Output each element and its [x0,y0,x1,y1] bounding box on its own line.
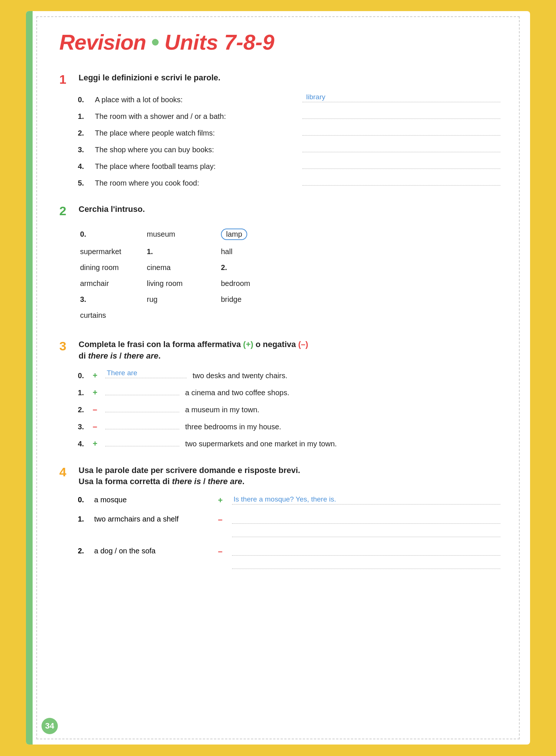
blank-line [105,387,179,395]
circled-word: lamp [221,229,247,240]
page-title: Revision Units 7-8-9 [59,30,500,54]
blank-answer: There are [107,369,137,377]
vocab-word: cinema [145,260,219,275]
sign-minus: – [218,546,227,556]
item-number: 1. [78,112,89,121]
section-3-title-block: Completa le frasi con la forma affermati… [79,339,308,362]
list-item: 0. + There are two desks and twenty chai… [78,369,500,380]
sentence-rest: two desks and twenty chairs. [191,372,287,380]
answer-line [302,161,500,169]
item-number: 4. [78,440,89,448]
item-number: 3. [78,423,89,431]
sign-minus: – [93,405,102,414]
vocab-word: supermarket [78,244,145,259]
item-text: A place with a lot of books: [95,96,293,104]
dashed-border-right [519,16,520,739]
item-number: 2. [78,406,89,414]
list-item: 0. a mosque + Is there a mosque? Yes, th… [78,495,500,505]
title-units: Units 7-8-9 [165,30,275,54]
item-number: 0. [78,372,89,380]
answer-line [302,144,500,152]
title-revision: Revision [59,30,146,54]
item-number: 1. [78,389,89,397]
answer-line [232,546,500,556]
section-3: 3 Completa le frasi con la forma afferma… [59,339,500,449]
section-3-title-line2: di there is / there are. [79,350,308,362]
list-item: 3. – three bedrooms in my house. [78,421,500,432]
qa-answers [232,546,500,569]
vocab-word: bridge [219,292,300,307]
vocab-number: 3. [78,292,145,307]
section-1-header: 1 Leggi le definizioni e scrivi le parol… [59,72,500,87]
qa-answers: Is there a mosque? Yes, there is. [232,495,500,504]
blank-line [105,421,179,429]
section-1: 1 Leggi le definizioni e scrivi le parol… [59,72,500,187]
item-number: 4. [78,162,89,171]
section-4: 4 Usa le parole date per scrivere domand… [59,465,500,569]
answer-line [302,111,500,119]
section-4-header: 4 Usa le parole date per scrivere domand… [59,465,500,488]
section-2: 2 Cerchia l'intruso. 0. museum lamp supe… [59,204,500,323]
answer-line [232,527,500,537]
answer-line: Is there a mosque? Yes, there is. [232,495,500,504]
section-3-title-line1: Completa le frasi con la forma affermati… [79,339,308,350]
vocab-number: 1. [145,244,219,259]
sentence-rest: a museum in my town. [183,406,259,414]
vocab-word: rug [145,292,219,307]
qa-number: 0. [78,495,89,504]
list-item: 1. The room with a shower and / or a bat… [78,111,500,121]
vocab-word: bedroom [219,276,300,291]
answer-text: Is there a mosque? Yes, there is. [234,495,336,503]
vocab-word: museum [145,226,219,243]
section-3-number: 3 [59,339,73,353]
section-4-title-block: Usa le parole date per scrivere domande … [79,465,300,488]
vocab-word: dining room [78,260,145,275]
section-4-list: 0. a mosque + Is there a mosque? Yes, th… [78,495,500,569]
item-text: The room where you cook food: [95,179,293,187]
list-item: 1. + a cinema and two coffee shops. [78,387,500,397]
vocab-number: 2. [219,260,300,275]
vocab-word: armchair [78,276,145,291]
dashed-border-top [36,16,520,17]
sign-minus: – [218,514,227,524]
item-text: The room with a shower and / or a bath: [95,112,293,121]
section-2-grid: 0. museum lamp supermarket 1. hall dinin… [78,226,500,323]
section-2-title: Cerchia l'intruso. [79,204,145,215]
section-2-header: 2 Cerchia l'intruso. [59,204,500,218]
item-text: The place where people watch films: [95,129,293,137]
qa-number: 2. [78,546,89,555]
item-number: 3. [78,146,89,154]
item-number: 0. [78,96,89,104]
list-item: 5. The room where you cook food: [78,177,500,187]
blank-line [105,438,179,446]
answer-line [302,177,500,186]
section-2-number: 2 [59,204,73,218]
section-3-list: 0. + There are two desks and twenty chai… [78,369,500,449]
section-4-number: 4 [59,465,73,479]
vocab-word: lamp [219,226,300,243]
item-number: 2. [78,129,89,137]
sentence-rest: three bedrooms in my house. [183,423,281,431]
sentence-rest: two supermarkets and one market in my to… [183,440,337,448]
section-1-list: 0. A place with a lot of books: library … [78,94,500,187]
sign-plus: + [93,371,102,380]
list-item: 4. + two supermarkets and one market in … [78,438,500,449]
page-number: 34 [42,718,58,734]
sentence-rest: a cinema and two coffee shops. [183,389,289,397]
list-item: 2. a dog / on the sofa – [78,546,500,569]
list-item: 1. two armchairs and a shelf – [78,514,500,537]
item-text: The shop where you can buy books: [95,146,293,154]
qa-number: 1. [78,514,89,523]
section-4-title-line2: Usa la forma corretta di there is / ther… [79,476,300,487]
blank-line [105,404,179,412]
answer-line [232,559,500,569]
list-item: 2. – a museum in my town. [78,404,500,414]
vocab-word: living room [145,276,219,291]
section-3-header: 3 Completa le frasi con la forma afferma… [59,339,500,362]
vocab-word: curtains [78,308,145,323]
title-dot-icon [152,39,159,46]
list-item: 3. The shop where you can buy books: [78,144,500,154]
answer-line: library [302,94,500,102]
qa-prompt: a dog / on the sofa [94,546,213,555]
list-item: 4. The place where football teams play: [78,161,500,171]
